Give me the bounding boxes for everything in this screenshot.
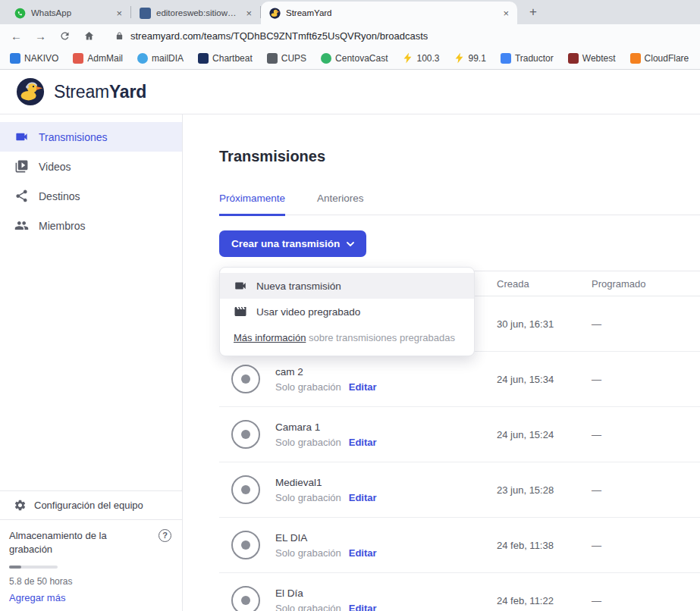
cups-icon xyxy=(267,53,278,64)
scheduled-date: — xyxy=(592,484,700,496)
main-content: Transmisiones Próximamente Anteriores Cr… xyxy=(183,114,700,611)
created-date: 30 jun, 16:31 xyxy=(497,318,592,330)
broadcast-subtitle: Solo grabación xyxy=(275,437,341,448)
add-more-link[interactable]: Agregar más xyxy=(9,592,171,603)
bookmark-label: Webtest xyxy=(582,53,616,64)
chartbeat-icon xyxy=(198,53,209,64)
bookmark-cloudflare[interactable]: CloudFlare xyxy=(630,53,689,64)
edit-link[interactable]: Editar xyxy=(349,492,377,503)
sidebar-item-transmisiones[interactable]: Transmisiones xyxy=(0,122,182,152)
table-row[interactable]: cam 2 Solo grabaciónEditar 24 jun, 15:34… xyxy=(219,352,700,407)
sidebar-item-label: Videos xyxy=(39,161,71,173)
storage-progress-fill xyxy=(9,566,21,569)
scheduled-date: — xyxy=(592,540,700,551)
storage-label: Almacenamiento de la grabación xyxy=(9,529,129,556)
streamyard-logo-icon xyxy=(16,77,45,106)
table-row[interactable]: EL DIA Solo grabaciónEditar 24 feb, 11:3… xyxy=(219,518,700,573)
edit-link[interactable]: Editar xyxy=(349,381,377,393)
created-date: 24 feb, 11:22 xyxy=(497,595,592,606)
menu-item-label: Nueva transmisión xyxy=(256,280,341,292)
page-body: Transmisiones Videos Destinos Miembros C… xyxy=(0,114,700,611)
sidebar-item-miembros[interactable]: Miembros xyxy=(0,211,182,240)
team-settings-button[interactable]: Configuración del equipo xyxy=(0,490,182,519)
streamyard-wordmark[interactable]: StreamYard xyxy=(54,82,146,102)
sidebar-item-destinos[interactable]: Destinos xyxy=(0,181,182,211)
bookmark-webtest[interactable]: Webtest xyxy=(568,53,616,64)
bookmark-nakivo[interactable]: NAKIVO xyxy=(10,53,58,64)
created-date: 24 jun, 15:24 xyxy=(497,429,592,440)
nakivo-icon xyxy=(10,53,20,64)
close-icon[interactable]: × xyxy=(243,8,254,19)
app-header: StreamYard xyxy=(0,70,700,114)
browser-tab-streamyard[interactable]: StreamYard × xyxy=(261,2,517,24)
record-icon xyxy=(231,420,260,449)
column-programado: Programado xyxy=(592,278,700,290)
menu-item-video-pregrabado[interactable]: Usar video pregrabado xyxy=(220,299,474,324)
translate-icon xyxy=(501,53,511,64)
menu-item-nueva-transmision[interactable]: Nueva transmisión xyxy=(220,273,474,299)
created-date: 23 jun, 15:28 xyxy=(497,484,592,496)
bookmark-admmail[interactable]: AdmMail xyxy=(73,53,123,64)
table-row[interactable]: Medieval1 Solo grabaciónEditar 23 jun, 1… xyxy=(219,462,700,518)
storage-usage-text: 5.8 de 50 horas xyxy=(9,576,171,587)
close-icon[interactable]: × xyxy=(501,8,511,19)
bookmark-cups[interactable]: CUPS xyxy=(267,53,306,64)
chevron-down-icon xyxy=(347,242,354,246)
mas-informacion-link[interactable]: Más información xyxy=(234,332,306,343)
tab-proximamente[interactable]: Próximamente xyxy=(219,193,285,216)
browser-tab-strip: WhatsApp × editoresweb:sitioweb:eldia.co… xyxy=(0,0,700,24)
bookmark-chartbeat[interactable]: Chartbeat xyxy=(198,53,253,64)
bookmark-1003[interactable]: 100.3 xyxy=(402,53,439,64)
table-row[interactable]: Camara 1 Solo grabaciónEditar 24 jun, 15… xyxy=(219,407,700,462)
close-icon[interactable]: × xyxy=(114,8,124,19)
site-favicon xyxy=(140,8,151,19)
edit-link[interactable]: Editar xyxy=(349,437,377,448)
table-row[interactable]: El Día Solo grabaciónEditar 24 feb, 11:2… xyxy=(219,573,700,611)
webtest-icon xyxy=(568,53,579,64)
back-icon[interactable]: ← xyxy=(11,30,22,42)
clapperboard-icon xyxy=(234,305,247,318)
bookmark-label: Traductor xyxy=(515,53,554,64)
bookmark-label: Chartbeat xyxy=(212,53,253,64)
create-broadcast-dropdown: Nueva transmisión Usar video pregrabado … xyxy=(219,267,475,356)
videocam-icon xyxy=(14,130,29,144)
tab-anteriores[interactable]: Anteriores xyxy=(317,193,364,216)
browser-tab-whatsapp[interactable]: WhatsApp × xyxy=(6,2,130,24)
url-text: streamyard.com/teams/TQDhBC9ZNTmft6z5UsQ… xyxy=(130,30,428,42)
wordmark-stream: Stream xyxy=(54,82,109,102)
forward-icon[interactable]: → xyxy=(35,30,46,42)
new-tab-button[interactable]: + xyxy=(525,5,541,20)
broadcast-name: El Día xyxy=(275,588,377,599)
bookmark-traductor[interactable]: Traductor xyxy=(501,53,554,64)
bookmark-maildia[interactable]: mailDIA xyxy=(137,53,184,64)
help-icon[interactable]: ? xyxy=(159,529,171,542)
storage-progress-track xyxy=(9,566,58,569)
bookmark-label: CUPS xyxy=(281,53,306,64)
bookmark-label: NAKIVO xyxy=(24,53,58,64)
whatsapp-icon xyxy=(14,8,26,19)
sidebar-item-videos[interactable]: Videos xyxy=(0,152,182,181)
videocam-icon xyxy=(234,279,247,293)
bookmark-label: AdmMail xyxy=(87,53,123,64)
team-settings-label: Configuración del equipo xyxy=(34,500,143,511)
reload-icon[interactable] xyxy=(59,30,71,42)
video-library-icon xyxy=(14,159,29,174)
address-bar[interactable]: streamyard.com/teams/TQDhBC9ZNTmft6z5UsQ… xyxy=(108,30,689,42)
broadcast-name: Medieval1 xyxy=(275,477,377,488)
tab-title: StreamYard xyxy=(286,8,495,17)
sidebar: Transmisiones Videos Destinos Miembros C… xyxy=(0,114,183,611)
edit-link[interactable]: Editar xyxy=(349,547,377,559)
record-icon xyxy=(231,586,260,611)
browser-tab-editoresweb[interactable]: editoresweb:sitioweb:eldia.co × xyxy=(131,2,260,24)
home-icon[interactable] xyxy=(83,30,95,42)
record-icon xyxy=(231,365,260,393)
broadcast-name: cam 2 xyxy=(275,366,377,378)
bookmark-991[interactable]: 99.1 xyxy=(454,53,486,64)
broadcast-name: EL DIA xyxy=(275,532,377,544)
edit-link[interactable]: Editar xyxy=(349,603,377,611)
sidebar-item-label: Miembros xyxy=(39,220,85,232)
create-broadcast-button[interactable]: Crear una transmisión xyxy=(219,230,366,257)
dropdown-info: Más información sobre transmisiones preg… xyxy=(220,324,474,352)
broadcast-name: Camara 1 xyxy=(275,421,377,433)
bookmark-centovacast[interactable]: CentovaCast xyxy=(321,53,388,64)
